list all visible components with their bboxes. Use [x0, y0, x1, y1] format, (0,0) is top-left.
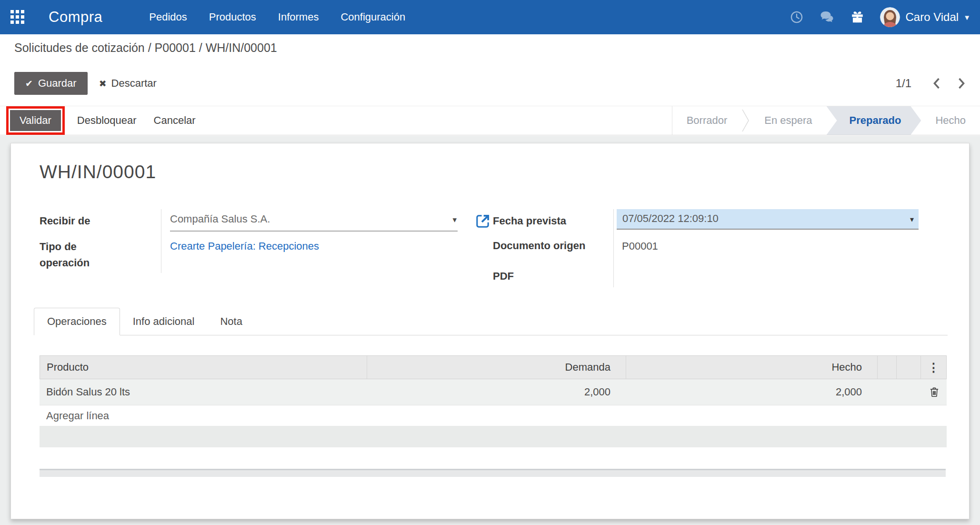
navbar-right: Caro Vidal ▼ — [790, 7, 970, 27]
label-recibir-de: Recibir de — [40, 213, 90, 229]
add-line-link[interactable]: Agregar línea — [40, 405, 947, 426]
column-demanda[interactable]: Demanda — [367, 356, 626, 379]
recibir-de-field[interactable]: Compañía Salus S.A. ▾ — [170, 213, 458, 232]
optional-columns-icon[interactable]: ⋮ — [928, 362, 940, 374]
cancel-button[interactable]: Cancelar — [154, 114, 196, 127]
documento-origen-value: P00001 — [622, 240, 658, 252]
messages-chat-icon[interactable] — [820, 10, 835, 24]
main-menu: Pedidos Productos Informes Configuración — [149, 11, 405, 23]
horizontal-scroll-strip[interactable] — [40, 469, 946, 477]
pager-count: 1/1 — [896, 77, 911, 90]
tab-nota[interactable]: Nota — [207, 308, 255, 335]
field-separator — [613, 209, 614, 287]
field-separator — [161, 209, 161, 273]
delete-row-trash-icon[interactable] — [928, 386, 940, 398]
column-empty — [897, 356, 921, 379]
unlock-button[interactable]: Desbloquear — [77, 114, 137, 127]
activities-clock-icon[interactable] — [790, 10, 803, 24]
statusbar: Validar Desbloquear Cancelar Borrador En… — [0, 106, 980, 135]
table-row[interactable]: Bidón Salus 20 lts 2,000 2,000 — [40, 379, 947, 405]
table-header: Producto Demanda Hecho ⋮ — [40, 355, 947, 379]
step-preparado[interactable]: Preparado — [827, 106, 921, 135]
tipo-operacion-link[interactable]: Crearte Papelería: Recepciones — [170, 240, 319, 252]
cell-producto[interactable]: Bidón Salus 20 lts — [40, 379, 367, 405]
discard-button[interactable]: ✖ Descartar — [99, 77, 157, 90]
fecha-prevista-value: 07/05/2022 12:09:10 — [622, 212, 719, 224]
column-producto[interactable]: Producto — [40, 356, 367, 379]
discard-label: Descartar — [111, 77, 157, 90]
status-steps: Borrador En espera Preparado Hecho — [672, 106, 980, 135]
menu-informes[interactable]: Informes — [278, 11, 319, 23]
recibir-de-value: Compañía Salus S.A. — [170, 213, 270, 225]
label-documento-origen: Documento origen — [493, 238, 588, 254]
empty-table-row — [40, 426, 947, 447]
gift-icon[interactable] — [851, 10, 864, 24]
top-navbar: Compra Pedidos Productos Informes Config… — [0, 0, 980, 34]
form-sheet: WH/IN/00001 Recibir de Compañía Salus S.… — [10, 143, 970, 519]
menu-configuracion[interactable]: Configuración — [340, 11, 405, 23]
cell-hecho[interactable]: 2,000 — [626, 379, 877, 405]
pager-next-icon[interactable] — [958, 77, 966, 90]
menu-pedidos[interactable]: Pedidos — [149, 11, 187, 23]
tab-operaciones[interactable]: Operaciones — [34, 308, 120, 335]
user-caret-down-icon[interactable]: ▼ — [963, 13, 970, 21]
user-name[interactable]: Caro Vidal — [906, 10, 959, 24]
content-area: WH/IN/00001 Recibir de Compañía Salus S.… — [0, 136, 980, 525]
column-empty — [878, 356, 897, 379]
check-icon: ✔ — [25, 78, 33, 89]
breadcrumb[interactable]: Solicitudes de cotización / P00001 / WH/… — [14, 41, 277, 55]
validate-button[interactable]: Validar — [10, 110, 61, 131]
column-options: ⋮ — [921, 356, 946, 379]
avatar[interactable] — [880, 7, 900, 27]
app-brand[interactable]: Compra — [49, 9, 102, 26]
x-icon: ✖ — [99, 78, 107, 89]
action-row: ✔ Guardar ✖ Descartar 1/1 — [14, 71, 966, 95]
save-label: Guardar — [38, 77, 77, 90]
save-button[interactable]: ✔ Guardar — [14, 72, 88, 95]
step-hecho[interactable]: Hecho — [921, 106, 980, 135]
column-hecho[interactable]: Hecho — [626, 356, 878, 379]
fecha-prevista-field[interactable]: 07/05/2022 12:09:10 ▾ — [617, 209, 919, 230]
apps-grid-icon[interactable] — [10, 10, 25, 24]
chevron-separator-icon — [741, 106, 750, 135]
label-fecha-prevista: Fecha prevista — [493, 213, 566, 229]
menu-productos[interactable]: Productos — [209, 11, 256, 23]
tab-info-adicional[interactable]: Info adicional — [120, 308, 208, 335]
operations-table: Producto Demanda Hecho ⋮ Bidón Salus 20 … — [40, 355, 947, 447]
external-link-icon[interactable] — [474, 213, 491, 232]
label-tipo-operacion: Tipo de operación — [40, 239, 116, 271]
cell-demanda[interactable]: 2,000 — [367, 379, 626, 405]
pager: 1/1 — [896, 77, 966, 90]
label-pdf: PDF — [493, 268, 514, 284]
dropdown-caret-icon[interactable]: ▾ — [910, 215, 914, 224]
step-en-espera[interactable]: En espera — [750, 106, 826, 135]
annotation-highlight-box: Validar — [6, 106, 65, 135]
record-title: WH/IN/00001 — [40, 162, 156, 182]
step-borrador[interactable]: Borrador — [672, 106, 742, 135]
notebook-tabs: Operaciones Info adicional Nota — [34, 308, 948, 335]
pager-prev-icon[interactable] — [932, 77, 940, 90]
dropdown-caret-icon[interactable]: ▾ — [452, 215, 457, 225]
